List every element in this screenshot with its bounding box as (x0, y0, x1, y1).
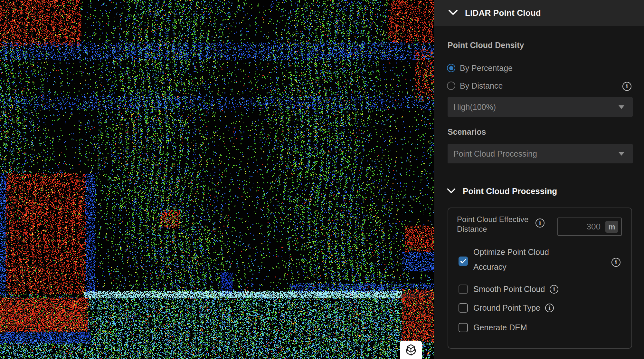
chevron-down-icon (447, 188, 456, 195)
processing-section-header[interactable]: Point Cloud Processing (447, 186, 557, 196)
density-section-label: Point Cloud Density (448, 41, 524, 50)
point-cloud-viewport[interactable] (0, 0, 434, 359)
scenario-dropdown[interactable]: Point Cloud Processing (448, 144, 633, 163)
checkbox-unchecked-icon[interactable] (459, 303, 468, 313)
radio-by-distance[interactable]: By Distance (447, 81, 503, 91)
radio-selected-icon[interactable] (447, 64, 455, 72)
info-icon[interactable]: i (550, 285, 558, 294)
checkbox-checked-icon[interactable] (459, 257, 468, 266)
info-icon[interactable]: i (545, 304, 554, 312)
checkbox-unchecked-icon[interactable] (459, 323, 468, 332)
unit-badge: m (605, 221, 618, 233)
effective-distance-label: Point Cloud Effective Distance (457, 215, 539, 234)
chevron-down-icon (448, 9, 458, 16)
radio-unselected-icon[interactable] (447, 82, 455, 90)
lidar-section-header[interactable]: LiDAR Point Cloud (434, 0, 644, 26)
optimize-accuracy-label: Optimize Point Cloud Accuracy (473, 245, 567, 274)
point-cloud-canvas[interactable] (0, 0, 434, 359)
ground-point-type-row[interactable]: Ground Point Type i (459, 303, 554, 313)
panel-title: LiDAR Point Cloud (465, 8, 541, 18)
caret-down-icon (619, 105, 624, 109)
info-icon[interactable]: i (535, 218, 545, 228)
processing-options-group: Point Cloud Effective Distance i 300 m O… (448, 208, 632, 349)
settings-panel: LiDAR Point Cloud Point Cloud Density By… (434, 0, 644, 359)
processing-section-title: Point Cloud Processing (463, 186, 557, 196)
info-icon[interactable]: i (622, 82, 631, 91)
app-window: LiDAR Point Cloud Point Cloud Density By… (0, 0, 644, 359)
radio-by-percentage[interactable]: By Percentage (447, 63, 513, 73)
effective-distance-input[interactable]: 300 m (557, 218, 622, 236)
checkbox-unchecked-icon[interactable] (459, 285, 468, 294)
generate-dem-row[interactable]: Generate DEM (459, 323, 527, 332)
smooth-point-cloud-row[interactable]: Smooth Point Cloud i (459, 285, 558, 294)
density-dropdown[interactable]: High(100%) (448, 97, 633, 117)
caret-down-icon (619, 152, 624, 156)
cube-3d-rotate-icon (404, 343, 418, 359)
optimize-accuracy-row[interactable] (459, 257, 468, 266)
effective-distance-value: 300 (587, 222, 601, 232)
info-icon[interactable]: i (611, 258, 620, 267)
view-cube-button[interactable] (400, 341, 422, 359)
scenarios-label: Scenarios (448, 127, 486, 137)
